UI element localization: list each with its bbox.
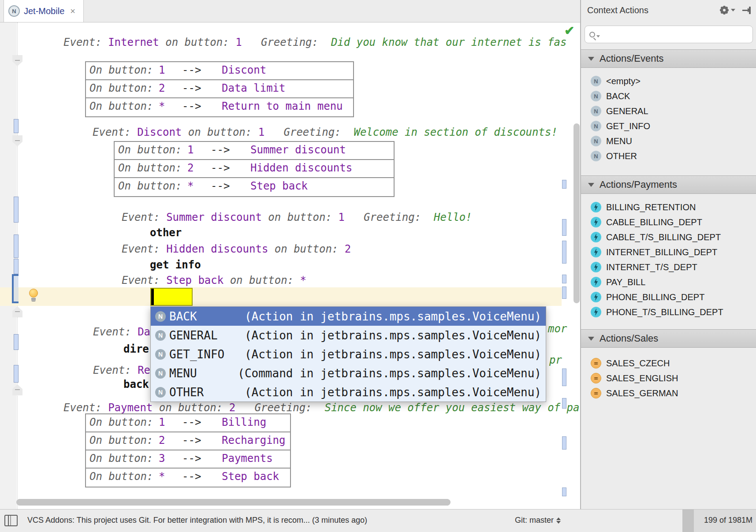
mapping-key[interactable]: 2 <box>159 82 165 94</box>
action-item-phone-t-s-billing-dept[interactable]: PHONE_T/S_BILLING_DEPT <box>581 305 756 320</box>
action-item-sales-czech[interactable]: =SALES_CZECH <box>581 356 756 371</box>
button-mapping-row[interactable]: On button:1-->Discont <box>86 62 353 80</box>
mapping-action[interactable]: Data limit <box>222 82 286 94</box>
action-item-sales-english[interactable]: =SALES_ENGLISH <box>581 371 756 386</box>
editor-value[interactable]: Step back <box>166 274 223 286</box>
mapping-arrow[interactable]: --> <box>211 162 230 174</box>
mapping-key[interactable]: 3 <box>159 452 165 465</box>
mapping-label[interactable]: On button: <box>89 470 153 483</box>
action-item-get-info[interactable]: NGET_INFO <box>581 119 756 134</box>
action-item--empty-[interactable]: N<empty> <box>581 74 756 89</box>
action-item-general[interactable]: NGENERAL <box>581 104 756 119</box>
mapping-key[interactable]: * <box>159 100 165 112</box>
action-item-phone-billing-dept[interactable]: PHONE_BILLING_DEPT <box>581 290 756 305</box>
completion-item-general[interactable]: NGENERAL(Action in jetbrains.mps.samples… <box>151 326 546 345</box>
editor-line-event-discont[interactable]: Event: Discont on button: 1 Greeting: We… <box>93 125 558 140</box>
fold-region-bar[interactable] <box>562 275 566 283</box>
keyword-label[interactable]: Greeting: <box>345 211 434 223</box>
mapping-label[interactable]: On button: <box>118 180 182 192</box>
mapping-label[interactable]: On button: <box>89 100 153 112</box>
fold-region-bar[interactable] <box>562 286 566 299</box>
mapping-label[interactable]: On button: <box>89 64 153 76</box>
editor-line-action-other[interactable]: other <box>150 225 182 240</box>
action-item-billing-retention[interactable]: BILLING_RETENTION <box>581 200 756 215</box>
editor-value[interactable]: 1 <box>235 36 242 48</box>
keyword-label[interactable]: on button: <box>268 243 344 255</box>
action-item-back[interactable]: NBACK <box>581 89 756 104</box>
keyword-label[interactable]: on button: <box>182 126 258 138</box>
vertical-scrollbar[interactable] <box>574 123 580 303</box>
editor-value[interactable]: other <box>150 227 182 239</box>
button-mapping-row[interactable]: On button:*-->Return to main menu <box>86 98 353 116</box>
gear-icon[interactable] <box>719 5 735 15</box>
button-mapping-row[interactable]: On button:1-->Summer discount <box>115 142 394 160</box>
completion-item-get_info[interactable]: NGET_INFO(Action in jetbrains.mps.sample… <box>151 345 546 364</box>
editor-value[interactable]: Payment <box>108 402 153 414</box>
editor-line-event-hidden-discounts[interactable]: Event: Hidden discounts on button: 2 <box>122 242 351 257</box>
editor-value[interactable]: Summer discount <box>166 211 262 223</box>
mapping-arrow[interactable]: --> <box>182 416 201 428</box>
editor-value[interactable]: dire <box>123 343 149 355</box>
action-item-cable-billing-dept[interactable]: CABLE_BILLING_DEPT <box>581 215 756 230</box>
fold-region-bar[interactable] <box>562 487 566 496</box>
mapping-key[interactable]: * <box>159 470 165 483</box>
action-item-internet-billing-dept[interactable]: INTERNET_BILLING_DEPT <box>581 245 756 260</box>
mapping-action[interactable]: Payments <box>222 452 273 465</box>
editor-value[interactable]: 2 <box>229 402 235 414</box>
mapping-action[interactable]: Summer discount <box>250 144 346 156</box>
mapping-key[interactable]: 1 <box>159 416 165 428</box>
button-mapping-row[interactable]: On button:*-->Step back <box>86 469 290 487</box>
fold-region-bar[interactable] <box>562 219 566 236</box>
fold-region-bar[interactable] <box>562 436 566 450</box>
mapping-arrow[interactable]: --> <box>211 180 230 192</box>
editor-value[interactable]: Da <box>138 326 150 338</box>
action-item-cable-t-s-billing-dept[interactable]: CABLE_T/S_BILLING_DEPT <box>581 230 756 245</box>
mapping-arrow[interactable]: --> <box>182 434 201 446</box>
editor-line-action-get-info[interactable]: get info <box>150 257 201 272</box>
button-mapping-row[interactable]: On button:1-->Billing <box>86 414 290 432</box>
mapping-label[interactable]: On button: <box>89 434 153 446</box>
editor-value[interactable]: Internet <box>108 36 159 48</box>
section-header-actions-events[interactable]: Actions/Events <box>581 49 756 68</box>
mapping-arrow[interactable]: --> <box>182 452 201 465</box>
mapping-key[interactable]: * <box>187 180 194 192</box>
action-item-internet-t-s-dept[interactable]: INTERNET_T/S_DEPT <box>581 260 756 275</box>
mapping-label[interactable]: On button: <box>89 82 153 94</box>
mapping-key[interactable]: 2 <box>159 434 165 446</box>
fold-region-bar[interactable] <box>14 259 19 274</box>
keyword-label[interactable]: on button: <box>159 36 235 48</box>
memory-indicator[interactable]: 199 of 1981M <box>682 510 756 532</box>
editor-line-event-step-back[interactable]: Event: Step back on button: * <box>122 273 306 288</box>
keyword-label[interactable]: Greeting: <box>235 402 324 414</box>
fold-region-bar[interactable] <box>562 241 566 264</box>
mapping-key[interactable]: 1 <box>159 64 165 76</box>
keyword-label[interactable]: Event: <box>122 211 166 223</box>
action-item-sales-german[interactable]: =SALES_GERMAN <box>581 386 756 401</box>
editor-line-event-payment[interactable]: Event: Payment on button: 2 Greeting: Si… <box>63 400 579 415</box>
mapping-label[interactable]: On button: <box>118 144 182 156</box>
editor-line-event-internet[interactable]: Event: Internet on button: 1 Greeting: D… <box>63 35 567 50</box>
mapping-action[interactable]: Step back <box>250 180 308 192</box>
completion-item-other[interactable]: NOTHER(Action in jetbrains.mps.samples.V… <box>151 383 546 402</box>
editor-value[interactable]: Discont <box>137 126 182 138</box>
mapping-action[interactable]: Return to main menu <box>222 100 343 112</box>
tab-close-icon[interactable]: × <box>70 6 75 16</box>
keyword-label[interactable]: Event: <box>63 36 108 48</box>
keyword-label[interactable]: Event: <box>122 243 166 255</box>
toggle-toolwindows-icon[interactable] <box>4 515 18 526</box>
keyword-label[interactable]: on button: <box>262 211 338 223</box>
keyword-label[interactable]: Event: <box>93 326 138 338</box>
mapping-label[interactable]: On button: <box>89 416 153 428</box>
fold-region-bar[interactable] <box>14 234 19 258</box>
button-mapping-row[interactable]: On button:*-->Step back <box>115 178 394 196</box>
greeting-text[interactable]: Hello! <box>434 211 472 223</box>
mapping-key[interactable]: 1 <box>187 144 194 156</box>
mapping-arrow[interactable]: --> <box>182 64 201 76</box>
keyword-label[interactable]: Event: <box>122 274 166 286</box>
mapping-arrow[interactable]: --> <box>211 144 230 156</box>
fold-region-bar[interactable] <box>562 180 566 189</box>
editor-value[interactable]: Hidden discounts <box>166 243 268 255</box>
mapping-action[interactable]: Discont <box>222 64 266 76</box>
section-header-actions-sales[interactable]: Actions/Sales <box>581 329 756 348</box>
editor-value[interactable]: 1 <box>258 126 264 138</box>
